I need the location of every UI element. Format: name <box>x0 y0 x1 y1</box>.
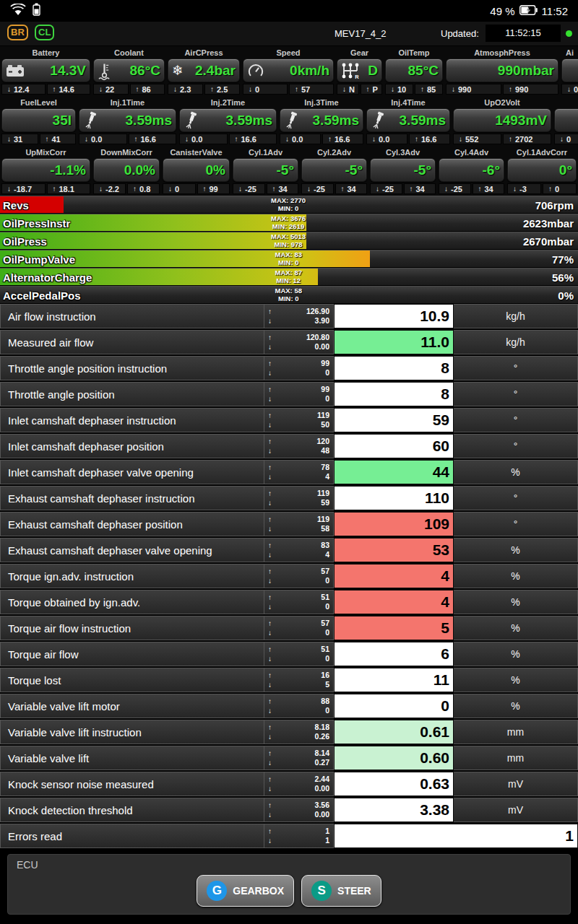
gauge-min: ↓-18.7 <box>1 183 46 194</box>
table-row-torque-lost[interactable]: Torque lost↑16↓511% <box>0 668 578 692</box>
bar-gauge-oilpress[interactable]: OilPressMAX: 5013MIN: 9782670mbar <box>0 232 578 249</box>
row-minmax: ↑119↓50 <box>264 408 334 432</box>
gauge-label: OilTemp <box>385 48 443 58</box>
gauge-tile-speed[interactable]: 0km/h <box>243 58 334 82</box>
bar-gauge-oilpressinstr[interactable]: OilPressInstrMAX: 3676MIN: 26192623mbar <box>0 214 578 231</box>
bar-label: OilPressInstr <box>3 217 70 229</box>
cl-badge[interactable]: CL <box>35 25 54 40</box>
bottom-nav-bar <box>0 915 578 924</box>
gauge-tile-battery[interactable]: 14.3V <box>1 58 90 82</box>
gearbox-button[interactable]: GGEARBOX <box>197 875 294 907</box>
gauge-minmax: ↓12.4↑14.6 <box>1 84 90 95</box>
gauge-label: Gear <box>337 48 382 58</box>
gauge-tile-cyl-2adv[interactable]: -5° <box>301 158 367 182</box>
gauge-inj-4time: Inj.4Time3.59ms↓0.0↑16.6 <box>365 97 452 146</box>
gauge-canistervalve: CanisterValve0%↓0↑99 <box>161 147 231 196</box>
bar-gauge-alternatorcharge[interactable]: AlternatorChargeMAX: 87MIN: 1256% <box>0 268 578 285</box>
table-row-torque-air-flow-instruction[interactable]: Torque air flow instruction↑57↓05% <box>0 616 578 640</box>
steer-button[interactable]: SSTEER <box>301 875 381 907</box>
gauge-value: -5° <box>237 162 294 178</box>
gauge-max: ↑14.6 <box>47 84 91 95</box>
gauge-tile-downmixcorr[interactable]: 0.0% <box>93 158 160 182</box>
gauge-label: DownMixCorr <box>93 147 160 158</box>
gauge-value: 0.0% <box>98 162 155 178</box>
row-unit: % <box>454 590 578 614</box>
gauge-tile-cyl-1adv[interactable]: -5° <box>233 158 298 182</box>
table-row-throttle-angle-position[interactable]: Throttle angle position↑99↓08° <box>0 382 578 406</box>
row-unit: % <box>454 616 578 640</box>
gauge-minmax: ↓552↑2702 <box>453 134 551 144</box>
gauge-tile-canistervalve[interactable]: 0% <box>163 158 230 182</box>
gauge-max: ↑34 <box>473 183 505 194</box>
table-row-torque-ign-adv-instruction[interactable]: Torque ign.adv. instruction↑57↓04% <box>0 564 578 588</box>
gauge-label: Battery <box>1 48 90 58</box>
row-value: 109 <box>334 512 454 536</box>
gauge-tile-cyl-1advcorr[interactable]: 0° <box>507 158 577 182</box>
gauge-tile-atmosphpress[interactable]: 990mbar <box>446 58 558 82</box>
gauge-tile-inj-1time[interactable]: 3.59ms <box>79 108 176 132</box>
table-row-exhaust-camshaft-dephaser-instruction[interactable]: Exhaust camshaft dephaser instruction↑11… <box>0 486 578 510</box>
row-label: Air flow instruction <box>0 304 264 328</box>
gauge-max: ↑16.6 <box>129 134 177 144</box>
speedometer-icon <box>247 63 264 79</box>
table-row-errors-read[interactable]: Errors read↑1↓11 <box>0 824 578 848</box>
table-row-variable-valve-lift[interactable]: Variable valve lift↑8.14↓0.270.60mm <box>0 746 578 770</box>
row-label: Knock sensor noise measured <box>0 772 264 796</box>
table-row-variable-valve-lift-instruction[interactable]: Variable valve lift instruction↑8.18↓0.2… <box>0 720 578 744</box>
button-label: GEARBOX <box>233 885 284 897</box>
gauge-tile-aircpress[interactable]: ❄2.4bar <box>168 58 240 82</box>
row-value: 0.61 <box>334 720 454 744</box>
table-row-knock-sensor-noise-measured[interactable]: Knock sensor noise measured↑2.44↓0.000.6… <box>0 772 578 796</box>
bar-gauge-accelpedalpos[interactable]: AccelPedalPosMAX: 58MIN: 00% <box>0 286 578 303</box>
gauge-tile-cyl-4adv[interactable]: -6° <box>439 158 504 182</box>
table-row-inlet-camshaft-dephaser-instruction[interactable]: Inlet camshaft dephaser instruction↑119↓… <box>0 408 578 432</box>
table-row-inlet-camshaft-dephaser-valve-opening[interactable]: Inlet camshaft dephaser valve opening↑78… <box>0 460 578 484</box>
gauge-max: ↑18.1 <box>47 183 91 194</box>
gauge-tile-inj-3time[interactable]: 3.59ms <box>280 108 363 132</box>
table-row-air-flow-instruction[interactable]: Air flow instruction↑126.90↓3.9010.9kg/h <box>0 304 578 328</box>
gauge-tile-coolant[interactable]: 86°C <box>93 58 165 82</box>
bar-gauge-oilpumpvalve[interactable]: OilPumpValveMAX: 83MIN: 077% <box>0 250 578 267</box>
row-unit: mV <box>454 772 578 796</box>
gauge-tile-gear[interactable]: RD <box>337 58 382 82</box>
bar-value: 77% <box>552 253 574 265</box>
gauge-tile-inj-2time[interactable]: 3.59ms <box>179 108 277 132</box>
gauge-value: 0° <box>512 162 572 178</box>
gauge-aircpress: AirCPress❄2.4bar↓2.3↑2.5 <box>166 48 241 96</box>
row-unit: mm <box>454 720 578 744</box>
gauge-label: UpMixCorr <box>1 147 90 158</box>
row-label: Variable valve lift <box>0 746 264 770</box>
gauge-tile-item[interactable] <box>554 108 578 132</box>
gauge-value: 1493mV <box>457 113 547 128</box>
gauge-tile-upo2volt[interactable]: 1493mV <box>453 108 551 132</box>
table-row-variable-valve-lift-motor[interactable]: Variable valve lift motor↑88↓00% <box>0 694 578 718</box>
gauge-min: ↓0.0 <box>179 134 228 144</box>
table-row-knock-detection-threshold[interactable]: Knock detection threshold↑3.56↓0.003.38m… <box>0 798 578 822</box>
gauge-max: ↑2702 <box>503 134 551 144</box>
row-label: Measured air flow <box>0 330 264 354</box>
gauge-tile-fuellevel[interactable]: 35l <box>1 108 76 132</box>
br-badge[interactable]: BR <box>7 25 28 40</box>
gauge-tile-inj-4time[interactable]: 3.59ms <box>366 108 450 132</box>
row-label: Inlet camshaft dephaser valve opening <box>0 460 264 484</box>
table-row-throttle-angle-position-instruction[interactable]: Throttle angle position instruction↑99↓0… <box>0 356 578 380</box>
gauge-max: ↑2.5 <box>204 84 240 95</box>
gauge-oiltemp: OilTemp85°C↓10↑85 <box>384 48 444 96</box>
table-row-torque-air-flow[interactable]: Torque air flow↑51↓06% <box>0 642 578 666</box>
gauge-tile-upmixcorr[interactable]: -1.1% <box>1 158 90 182</box>
table-row-inlet-camshaft-dephaser-position[interactable]: Inlet camshaft dephaser position↑120↓486… <box>0 434 578 458</box>
bar-gauge-revs[interactable]: RevsMAX: 2770MIN: 0706rpm <box>0 196 578 213</box>
table-row-measured-air-flow[interactable]: Measured air flow↑120.80↓0.0011.0kg/h <box>0 330 578 354</box>
updated-label: Updated: <box>441 28 479 39</box>
row-value: 4 <box>334 564 454 588</box>
gauge-tile-cyl-3adv[interactable]: -5° <box>370 158 436 182</box>
gauge-tile-ai[interactable] <box>561 58 578 82</box>
gauge-tile-oiltemp[interactable]: 85°C <box>385 58 443 82</box>
table-row-torque-obtained-by-ign-adv[interactable]: Torque obtained by ign.adv.↑51↓04% <box>0 590 578 614</box>
gauge-max: ↑99 <box>197 183 230 194</box>
gauge-min: ↓0 <box>561 84 578 95</box>
table-row-exhaust-camshaft-dephaser-position[interactable]: Exhaust camshaft dephaser position↑119↓5… <box>0 512 578 536</box>
bar-value: 2670mbar <box>523 235 574 247</box>
table-row-exhaust-camshaft-dephaser-valve-opening[interactable]: Exhaust camshaft dephaser valve opening↑… <box>0 538 578 562</box>
row-label: Knock detection threshold <box>0 798 264 822</box>
